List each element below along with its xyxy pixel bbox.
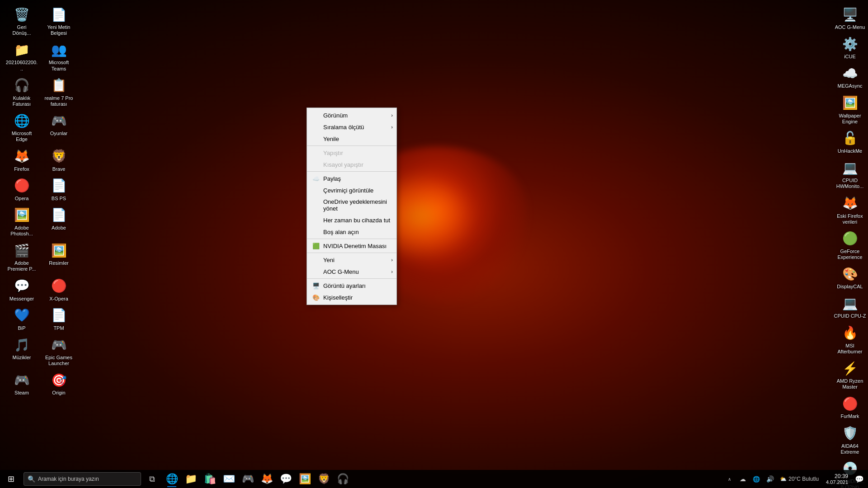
desktop-icon-x-opera[interactable]: 🔴 X-Opera xyxy=(41,275,77,304)
desktop-icon-msi-ab[interactable]: 🔥 MSIAfterburner xyxy=(832,322,868,357)
desktop-icon-tpm[interactable]: 📄 TPM xyxy=(41,305,77,333)
tray-network[interactable]: 🌐 xyxy=(750,470,763,488)
icon-label-adobe-pr: AdobePremiere P... xyxy=(8,260,36,272)
taskbar-app-brave-tb[interactable]: 🦁 xyxy=(315,470,333,488)
desktop-icon-megasync[interactable]: ☁️ MEGAsync xyxy=(832,62,868,91)
taskbar-app-discord[interactable]: 🎧 xyxy=(334,470,352,488)
search-bar[interactable]: 🔍 Aramak için buraya yazın xyxy=(24,472,141,486)
desktop-icon-epic[interactable]: 🎮 Epic GamesLauncher xyxy=(41,334,77,368)
context-menu-item-onedrive[interactable]: OneDrive yedeklemesini yönet xyxy=(307,196,396,214)
taskbar-app-whatsapp[interactable]: 💬 xyxy=(277,470,295,488)
desktop-icon-cpuid-hw[interactable]: 💻 CPUIDHWMonito... xyxy=(832,157,868,191)
icon-label-amd-ryzen: AMD RyzenMaster xyxy=(837,378,863,390)
icon-label-origin: Origin xyxy=(52,390,65,396)
context-menu-item-bos-alan[interactable]: Boş alan açın xyxy=(307,226,396,238)
ctx-icon-nvidia: 🟩 xyxy=(312,243,321,249)
tray-chevron[interactable]: ∧ xyxy=(723,470,736,488)
desktop-icon-origin[interactable]: 🎯 Origin xyxy=(41,369,77,398)
weather-widget[interactable]: ⛅ 20°C Bulutlu xyxy=(777,470,821,488)
start-button[interactable]: ⊞ xyxy=(0,470,22,488)
desktop-icon-opera[interactable]: 🔴 Opera xyxy=(4,175,40,203)
clock[interactable]: 20:39 4.07.2021 xyxy=(822,470,852,488)
tray-volume[interactable]: 🔊 xyxy=(764,470,776,488)
icon-img-cpuid-hw: 💻 xyxy=(841,159,859,177)
context-menu-item-gorunum-ayar[interactable]: 🖥️Görüntü ayarları xyxy=(307,280,396,291)
icon-img-amd-ryzen: ⚡ xyxy=(841,359,859,377)
task-view-button[interactable]: ⧉ xyxy=(143,470,161,488)
desktop-icon-steam[interactable]: 🎮 Steam xyxy=(4,369,40,398)
desktop-icon-muzikler[interactable]: 🎵 Müzikler xyxy=(4,334,40,368)
icon-label-geri-donusum: GeriDönüş... xyxy=(13,24,31,36)
context-menu-item-paylas[interactable]: ☁️Paylaş xyxy=(307,173,396,184)
desktop-icon-ms-edge[interactable]: 🌐 MicrosoftEdge xyxy=(4,110,40,144)
context-menu-item-cevrimdisi[interactable]: Çevrimiçi görüntüle xyxy=(307,184,396,196)
icon-label-steam: Steam xyxy=(14,390,29,396)
desktop-icon-adobe[interactable]: 📄 Adobe xyxy=(41,204,77,239)
icon-img-ms-edge: 🌐 xyxy=(13,112,31,130)
icon-img-adobe: 📄 xyxy=(50,206,68,224)
taskbar-app-steam-tb[interactable]: 🎮 xyxy=(239,470,257,488)
taskbar-app-store[interactable]: 🛍️ xyxy=(201,470,219,488)
taskbar-app-explorer[interactable]: 📁 xyxy=(182,470,200,488)
context-menu-item-yeni-item[interactable]: Yeni› xyxy=(307,254,396,266)
desktop-icon-brave[interactable]: 🦁 Brave xyxy=(41,145,77,174)
context-menu-item-gorunum[interactable]: Görünüm› xyxy=(307,109,396,121)
ctx-label-kisisel: Kişiselleştir xyxy=(323,294,353,301)
desktop-icon-wallpaper-engine[interactable]: 🖼️ WallpaperEngine xyxy=(832,92,868,127)
desktop-icon-oyunlar[interactable]: 🎮 Oyunlar xyxy=(41,110,77,144)
icon-img-geri-donusum: 🗑️ xyxy=(13,5,31,23)
desktop-icon-ms-teams[interactable]: 👥 MicrosoftTeams xyxy=(41,39,77,73)
desktop-icon-geforce-exp[interactable]: 🟢 GeForceExperience xyxy=(832,228,868,262)
ctx-arrow-siralama: › xyxy=(391,124,393,130)
icon-img-bs-ps: 📄 xyxy=(50,177,68,195)
context-menu-item-yenile[interactable]: Yenile xyxy=(307,133,396,145)
tray-cloud[interactable]: ☁ xyxy=(736,470,749,488)
ctx-label-bos-alan: Boş alan açın xyxy=(323,229,359,235)
desktop-icon-displaycal[interactable]: 🎨 DisplayCAL xyxy=(832,263,868,291)
desktop-icon-amd-ryzen[interactable]: ⚡ AMD RyzenMaster xyxy=(832,357,868,392)
desktop-icon-aoc-gmenu-r[interactable]: 🖥️ AOC G-Menu xyxy=(832,4,868,32)
notification-button[interactable]: 💬 xyxy=(853,470,866,488)
taskbar-app-firefox-tb[interactable]: 🦊 xyxy=(258,470,276,488)
desktop-icon-realme[interactable]: 📋 realme 7 Profaturası xyxy=(41,75,77,109)
desktop-icon-icue[interactable]: ⚙️ iCUE xyxy=(832,33,868,61)
desktop-icon-adobe-pr[interactable]: 🎬 AdobePremiere P... xyxy=(4,239,40,274)
desktop-icon-kulaklik[interactable]: 🎧 KulaklıkFaturası xyxy=(4,75,40,109)
ctx-icon-paylas: ☁️ xyxy=(312,175,321,182)
icon-img-bip: 💙 xyxy=(13,306,31,324)
desktop-icon-bs-ps[interactable]: 📄 BS PS xyxy=(41,175,77,203)
desktop-icon-geri-donusum[interactable]: 🗑️ GeriDönüş... xyxy=(4,4,40,38)
context-menu-item-aoc-gmenu[interactable]: AOC G-Menu› xyxy=(307,266,396,277)
icon-label-realme: realme 7 Profaturası xyxy=(45,95,73,107)
icon-img-unhackme: 🔓 xyxy=(841,129,859,147)
desktop-icon-unhackme[interactable]: 🔓 UnHackMe xyxy=(832,127,868,156)
icon-label-resimler: Resimler xyxy=(49,260,68,266)
desktop-icon-furmark[interactable]: 🔴 FurMark xyxy=(832,393,868,421)
icon-img-ms-teams: 👥 xyxy=(50,41,68,59)
taskbar-app-mail[interactable]: ✉️ xyxy=(220,470,238,488)
ctx-label-cevrimdisi: Çevrimiçi görüntüle xyxy=(323,187,373,194)
desktop-icon-resimler[interactable]: 🖼️ Resimler xyxy=(41,239,77,274)
taskbar-app-edge[interactable]: 🌐 xyxy=(163,470,181,488)
context-menu-item-nvidia[interactable]: 🟩NVIDIA Denetim Masası xyxy=(307,240,396,252)
desktop-icon-file-2021[interactable]: 📁 20210602200... xyxy=(4,39,40,73)
icon-label-kulaklik: KulaklıkFaturası xyxy=(13,95,31,107)
icon-img-muzikler: 🎵 xyxy=(13,336,31,354)
context-menu-item-kisisel[interactable]: 🎨Kişiselleştir xyxy=(307,291,396,303)
desktop-icon-eski-ff[interactable]: 🦊 Eski Firefoxverileri xyxy=(832,192,868,227)
desktop-icons-area: 🗑️ GeriDönüş... 📄 Yeni MetinBelgesi 📁 20… xyxy=(0,0,868,470)
taskbar-app-ps-tb[interactable]: 🖼️ xyxy=(296,470,314,488)
desktop-icon-yeni-metin[interactable]: 📄 Yeni MetinBelgesi xyxy=(41,4,77,38)
icon-img-messenger: 💬 xyxy=(13,277,31,295)
search-icon: 🔍 xyxy=(28,475,35,483)
desktop-icon-aida64[interactable]: 🛡️ AIDA64Extreme xyxy=(832,422,868,457)
desktop-icon-adobe-ps[interactable]: 🖼️ AdobePhotosh... xyxy=(4,204,40,239)
context-menu-item-her-zaman[interactable]: Her zaman bu cihazda tut xyxy=(307,214,396,226)
desktop-icon-bip[interactable]: 💙 BiP xyxy=(4,305,40,333)
desktop-icon-messenger[interactable]: 💬 Messenger xyxy=(4,275,40,304)
icon-label-aida64: AIDA64Extreme xyxy=(841,443,859,455)
context-menu-item-siralama[interactable]: Sıralama ölçütü› xyxy=(307,121,396,133)
desktop-icon-firefox[interactable]: 🦊 Firefox xyxy=(4,145,40,174)
icon-label-ms-edge: MicrosoftEdge xyxy=(12,131,32,142)
desktop-icon-cpuid-cpuz[interactable]: 💻 CPUID CPU-Z xyxy=(832,292,868,321)
